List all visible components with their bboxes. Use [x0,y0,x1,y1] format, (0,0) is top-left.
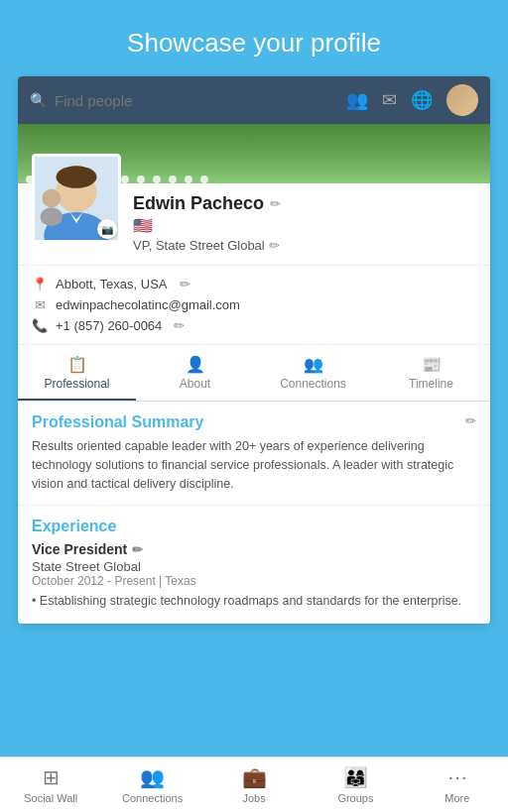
profile-name-edit-icon[interactable]: ✏ [270,196,281,211]
svg-point-6 [41,207,63,226]
timeline-tab-label: Timeline [409,377,453,391]
profile-name: Edwin Pacheco [133,193,264,214]
profile-title-edit-icon[interactable]: ✏ [269,238,280,253]
camera-badge[interactable]: 📷 [97,219,117,239]
profile-avatar-wrap: 📷 [32,154,121,243]
phone-icon: 📞 [32,318,48,333]
email-icon: ✉ [32,297,48,312]
svg-point-3 [56,166,96,187]
professional-tab-label: Professional [44,377,109,391]
exp-role: Vice President [32,541,127,557]
nav-social-wall[interactable]: ⊞ Social Wall [0,757,101,812]
professional-tab-icon: 📋 [67,355,87,374]
exp-description: • Establishing strategic technology road… [32,592,476,611]
search-icon: 🔍 [30,92,47,108]
professional-summary-section: ✏ Professional Summary Results oriented … [18,402,490,506]
nav-more[interactable]: ⋯ More [407,757,508,812]
location-edit-icon[interactable]: ✏ [180,277,190,291]
summary-edit-icon[interactable]: ✏ [465,413,476,428]
contact-section: 📍 Abbott, Texas, USA ✏ ✉ edwinpachecolat… [18,266,490,345]
summary-title: Professional Summary [32,413,476,431]
connections-tab-label: Connections [280,377,346,391]
people-icon[interactable]: 👥 [346,89,368,111]
bottom-nav: ⊞ Social Wall 👥 Connections 💼 Jobs 👨‍👩‍👧… [0,756,508,812]
tab-professional[interactable]: 📋 Professional [18,345,136,401]
location-icon: 📍 [32,277,48,291]
about-tab-label: About [180,377,210,391]
phone-text: +1 (857) 260-0064 [56,318,162,333]
exp-period: October 2012 - Present | Texas [32,574,476,588]
top-bar-icons: 👥 ✉ 🌐 [346,84,478,116]
user-avatar-small[interactable] [446,84,478,116]
tab-connections[interactable]: 👥 Connections [254,345,372,401]
page-header: Showcase your profile [0,0,508,76]
profile-card: 🔍 👥 ✉ 🌐 [18,76,490,624]
nav-connections[interactable]: 👥 Connections [101,757,202,812]
exp-edit-icon[interactable]: ✏ [132,542,143,557]
jobs-icon: 💼 [242,765,267,789]
experience-section: Experience Vice President ✏ State Street… [18,506,490,624]
profile-tabs: 📋 Professional 👤 About 👥 Connections 📰 T… [18,345,490,402]
top-bar: 🔍 👥 ✉ 🌐 [18,76,490,124]
groups-label: Groups [337,792,373,804]
connections-nav-label: Connections [122,792,183,804]
globe-icon[interactable]: 🌐 [411,89,433,111]
tab-about[interactable]: 👤 About [136,345,254,401]
tab-timeline[interactable]: 📰 Timeline [372,345,490,401]
nav-groups[interactable]: 👨‍👩‍👧 Groups [305,757,406,812]
about-tab-icon: 👤 [186,355,205,374]
social-wall-icon: ⊞ [43,765,60,789]
more-label: More [444,792,469,804]
profile-section: 📷 Edwin Pacheco ✏ 🇺🇸 VP, State Street Gl… [18,183,490,266]
groups-icon: 👨‍👩‍👧 [343,765,368,789]
search-input[interactable] [55,92,338,109]
profile-flag: 🇺🇸 [133,216,476,235]
phone-edit-icon[interactable]: ✏ [174,318,185,333]
summary-text: Results oriented capable leader with 20+… [32,437,476,493]
email-text: edwinpachecolatinc@gmail.com [56,297,240,312]
jobs-label: Jobs [242,792,265,804]
phone-row: 📞 +1 (857) 260-0064 ✏ [32,315,476,336]
svg-point-5 [42,189,61,208]
exp-company: State Street Global [32,559,476,574]
page-title: Showcase your profile [0,0,508,76]
location-text: Abbott, Texas, USA [56,277,168,291]
social-wall-label: Social Wall [24,792,77,804]
profile-title: VP, State Street Global ✏ [133,238,476,253]
connections-nav-icon: 👥 [140,765,165,789]
timeline-tab-icon: 📰 [422,355,442,374]
email-row: ✉ edwinpachecolatinc@gmail.com [32,294,476,315]
nav-jobs[interactable]: 💼 Jobs [203,757,305,812]
connections-tab-icon: 👥 [304,355,323,374]
message-icon[interactable]: ✉ [382,89,397,111]
experience-title: Experience [32,518,476,535]
experience-item: Vice President ✏ State Street Global Oct… [32,541,476,611]
more-icon: ⋯ [447,765,467,789]
profile-info: Edwin Pacheco ✏ 🇺🇸 VP, State Street Glob… [133,183,476,253]
location-row: 📍 Abbott, Texas, USA ✏ [32,274,476,294]
